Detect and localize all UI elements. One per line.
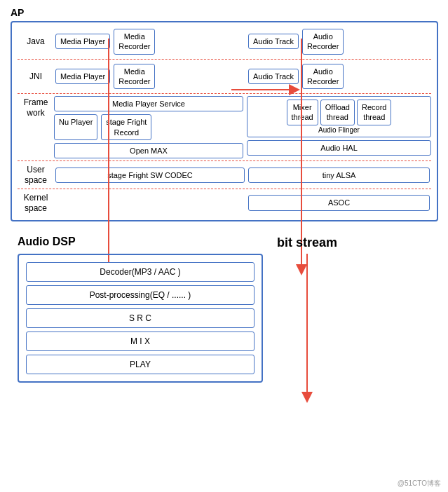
framework-split: Nu Player stage FrightRecord (54, 114, 243, 140)
jni-audio-recorder: AudioRecorder (302, 64, 344, 90)
audio-flinger-label: Audio Flinger (318, 126, 360, 134)
dsp-decoder: Decoder(MP3 / AAC ) (26, 262, 254, 282)
kernel-space-row: Kernelspace ASOC (18, 191, 431, 214)
user-space-label: Userspace (18, 163, 54, 186)
framework-row: Framework Media Player Service Nu Player… (18, 96, 431, 158)
jni-right: Audio Track AudioRecorder (248, 64, 430, 90)
java-right: Audio Track AudioRecorder (248, 29, 430, 55)
nu-player: Nu Player (54, 114, 97, 140)
bottom-section: Audio DSP Decoder(MP3 / AAC ) Post-proce… (11, 235, 437, 404)
jni-label: JNI (18, 62, 54, 92)
framework-left: Media Player Service Nu Player stage Fri… (54, 96, 243, 158)
java-content: Media Player MediaRecorder Audio Track A… (54, 27, 431, 57)
asoc: ASOC (248, 195, 430, 210)
dsp-post-processing: Post-processing(EQ / ...... ) (26, 285, 254, 305)
java-media-player: Media Player (55, 34, 110, 49)
user-space-row: Userspace stage Fright SW CODEC tiny ALS… (18, 163, 431, 186)
jni-media-recorder: MediaRecorder (114, 64, 155, 90)
bit-stream-label: bit stream (277, 235, 337, 250)
mixer-thread: Mixerthread (287, 100, 318, 125)
framework-label: Framework (18, 96, 54, 119)
java-row: Java Media Player MediaRecorder Audio Tr… (18, 27, 431, 57)
audio-dsp-section: Audio DSP Decoder(MP3 / AAC ) Post-proce… (18, 235, 263, 383)
media-player-service: Media Player Service (54, 96, 243, 111)
divider-3 (18, 160, 431, 161)
ap-box: Java Media Player MediaRecorder Audio Tr… (11, 21, 438, 221)
user-space-content: stage Fright SW CODEC tiny ALSA (54, 163, 431, 186)
watermark: @51CTO博客 (398, 479, 441, 488)
jni-content: Media Player MediaRecorder Audio Track A… (54, 62, 431, 92)
dsp-mix: M I X (26, 332, 254, 351)
kernel-space-right: ASOC (248, 195, 430, 210)
bit-stream-section: bit stream (277, 235, 337, 404)
user-space-left: stage Fright SW CODEC (55, 168, 245, 183)
audio-dsp-label: Audio DSP (18, 235, 263, 248)
java-left: Media Player MediaRecorder (55, 29, 245, 55)
java-audio-track: Audio Track (248, 34, 299, 49)
offload-thread: Offloadthread (320, 100, 355, 125)
divider-1 (18, 59, 431, 60)
dsp-box: Decoder(MP3 / AAC ) Post-processing(EQ /… (18, 254, 263, 383)
dsp-play: PLAY (26, 355, 254, 374)
bit-stream-arrow (297, 250, 318, 404)
jni-media-player: Media Player (55, 69, 110, 84)
tiny-alsa: tiny ALSA (248, 168, 430, 183)
kernel-space-content: ASOC (54, 191, 431, 214)
java-media-recorder: MediaRecorder (114, 29, 155, 55)
jni-audio-track: Audio Track (248, 69, 299, 84)
framework-right: Mixerthread Offloadthread Recordthread A… (247, 96, 431, 158)
audio-flinger-inner: Mixerthread Offloadthread Recordthread (287, 100, 392, 125)
user-space-right: tiny ALSA (248, 168, 430, 183)
java-label: Java (18, 27, 54, 57)
jni-row: JNI Media Player MediaRecorder Audio Tra… (18, 62, 431, 92)
audio-flinger-box: Mixerthread Offloadthread Recordthread A… (247, 96, 431, 137)
record-thread: Recordthread (357, 100, 391, 125)
open-max: Open MAX (54, 143, 243, 158)
kernel-space-label: Kernelspace (18, 191, 54, 214)
jni-left: Media Player MediaRecorder (55, 64, 245, 90)
divider-2 (18, 93, 431, 94)
stage-fright-codec: stage Fright SW CODEC (55, 168, 245, 183)
java-audio-recorder: AudioRecorder (302, 29, 344, 55)
divider-4 (18, 189, 431, 189)
stage-fright-record: stage FrightRecord (101, 114, 151, 140)
ap-label: AP (11, 7, 437, 18)
dsp-src: S R C (26, 308, 254, 328)
audio-hal: Audio HAL (247, 140, 431, 156)
